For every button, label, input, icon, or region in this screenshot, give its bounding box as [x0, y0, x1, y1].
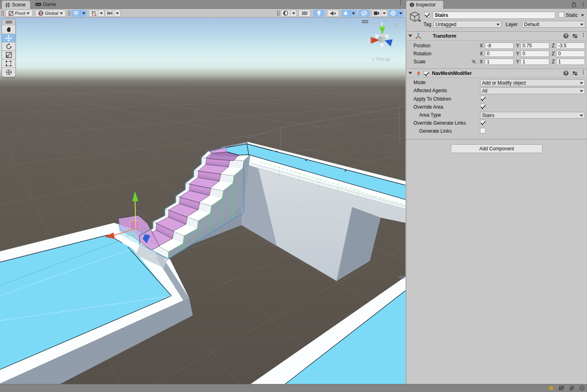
- svg-text:Y: Y: [75, 13, 77, 16]
- svg-text:< Persp: < Persp: [372, 56, 390, 62]
- svg-text:x: x: [367, 40, 369, 45]
- svg-text:!: !: [551, 387, 551, 390]
- svg-text:y: y: [381, 20, 383, 26]
- svg-text:z: z: [393, 42, 395, 48]
